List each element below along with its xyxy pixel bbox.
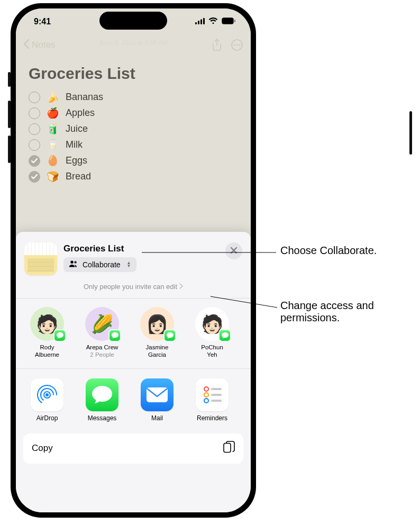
dynamic-island	[99, 12, 167, 30]
note-title: Groceries List	[29, 65, 238, 83]
chevron-right-icon	[179, 283, 183, 291]
callout-collaborate: Choose Collaborate.	[280, 245, 377, 257]
svg-rect-3	[203, 18, 205, 24]
svg-point-18	[204, 387, 208, 391]
svg-rect-23	[211, 400, 222, 402]
messages-badge-icon	[218, 329, 231, 342]
item-emoji: 🍎	[47, 107, 59, 119]
checkbox[interactable]	[29, 92, 40, 103]
iphone-frame: 9:41	[11, 3, 256, 518]
screen: 9:41	[16, 8, 251, 512]
checklist: 🍌Bananas🍎Apples🧃Juice🥛Milk🥚Eggs🍞Bread	[29, 91, 238, 183]
app-label: Reminders	[190, 414, 234, 422]
chevron-updown-icon: ▲▼	[127, 261, 131, 268]
item-label: Bread	[66, 171, 91, 182]
permissions-text: Only people you invite can edit	[84, 283, 177, 291]
clock: 9:41	[34, 17, 51, 26]
checklist-item[interactable]: 🍌Bananas	[29, 91, 238, 103]
messages-badge-icon	[108, 329, 121, 342]
svg-rect-24	[224, 443, 231, 452]
share-sheet: Groceries List Collaborate ▲▼	[16, 232, 251, 512]
share-mode-label: Collaborate	[83, 260, 121, 269]
airdrop-icon	[31, 378, 63, 411]
svg-rect-21	[211, 388, 222, 390]
svg-point-12	[74, 261, 76, 263]
contact-name: Garcia	[135, 351, 179, 359]
svg-point-19	[204, 393, 208, 397]
wifi-icon	[208, 17, 218, 26]
contact[interactable]: 🧑🏻RodyAlbuerne	[25, 307, 69, 359]
svg-rect-17	[147, 387, 168, 402]
svg-rect-6	[234, 20, 235, 22]
svg-rect-0	[195, 22, 197, 24]
checklist-item[interactable]: 🥚Eggs	[29, 155, 238, 167]
item-emoji: 🧃	[47, 123, 59, 135]
item-emoji: 🍌	[47, 91, 59, 103]
item-emoji: 🥛	[47, 139, 59, 151]
item-emoji: 🥚	[47, 155, 59, 167]
checkbox[interactable]	[29, 107, 40, 119]
share-app-messages[interactable]: Messages	[80, 378, 124, 422]
mail-icon	[141, 378, 174, 411]
item-label: Juice	[66, 123, 88, 134]
messages-badge-icon	[53, 329, 66, 342]
app-label: AirDrop	[25, 414, 69, 422]
item-label: Eggs	[66, 155, 87, 166]
note-date: June 9, 2023 at 9:59 AM	[16, 39, 251, 47]
apps-row: AirDropMessagesMailReminders	[16, 369, 251, 422]
item-label: Apples	[66, 107, 95, 119]
contact-name: Jasmine	[135, 344, 179, 351]
share-app-airdrop[interactable]: AirDrop	[25, 378, 69, 422]
checkbox[interactable]	[29, 123, 40, 135]
contact-name: Albuerne	[25, 351, 69, 359]
item-label: Bananas	[66, 92, 103, 103]
svg-rect-22	[211, 394, 222, 396]
svg-line-26	[211, 296, 277, 308]
messages-icon	[86, 378, 118, 411]
contact-name: Arepa Crew	[80, 344, 124, 351]
contact-name: PoChun	[190, 344, 234, 351]
svg-point-11	[70, 261, 73, 264]
cellular-icon	[195, 17, 205, 26]
people-icon	[69, 260, 78, 269]
share-app-reminders[interactable]: Reminders	[190, 378, 234, 422]
checklist-item[interactable]: 🧃Juice	[29, 123, 238, 135]
share-mode-selector[interactable]: Collaborate ▲▼	[63, 257, 136, 272]
copy-icon	[223, 441, 235, 456]
copy-action[interactable]: Copy	[23, 433, 243, 464]
share-app-mail[interactable]: Mail	[135, 378, 179, 422]
contact[interactable]: 🌽Arepa Crew2 People	[80, 307, 124, 359]
notes-app-icon	[24, 242, 57, 275]
checkbox[interactable]	[29, 155, 40, 167]
svg-rect-2	[200, 20, 202, 25]
svg-rect-5	[223, 19, 233, 23]
contact-sub: 2 People	[80, 351, 124, 359]
checkbox[interactable]	[29, 139, 40, 151]
checklist-item[interactable]: 🥛Milk	[29, 139, 238, 151]
item-label: Milk	[66, 139, 83, 150]
app-label: Mail	[135, 414, 179, 422]
messages-badge-icon	[163, 329, 176, 342]
checklist-item[interactable]: 🍎Apples	[29, 107, 238, 119]
svg-point-16	[45, 393, 49, 396]
contact[interactable]: 🧑🏻PoChunYeh	[190, 307, 234, 359]
app-label: Messages	[80, 414, 124, 422]
item-emoji: 🍞	[47, 170, 59, 183]
checklist-item[interactable]: 🍞Bread	[29, 170, 238, 183]
checkbox[interactable]	[29, 171, 40, 183]
battery-icon	[222, 17, 236, 26]
svg-point-20	[204, 399, 208, 403]
svg-rect-1	[198, 21, 199, 24]
reminders-icon	[196, 378, 229, 411]
callout-permissions: Change access and permissions.	[280, 300, 407, 324]
contact-name: Yeh	[190, 351, 234, 359]
dimmed-background: 9:41	[16, 8, 251, 240]
contact[interactable]: 👩🏻JasmineGarcia	[135, 307, 179, 359]
permissions-row[interactable]: Only people you invite can edit	[16, 275, 251, 297]
contact-name: Rody	[25, 344, 69, 351]
copy-label: Copy	[32, 443, 53, 454]
